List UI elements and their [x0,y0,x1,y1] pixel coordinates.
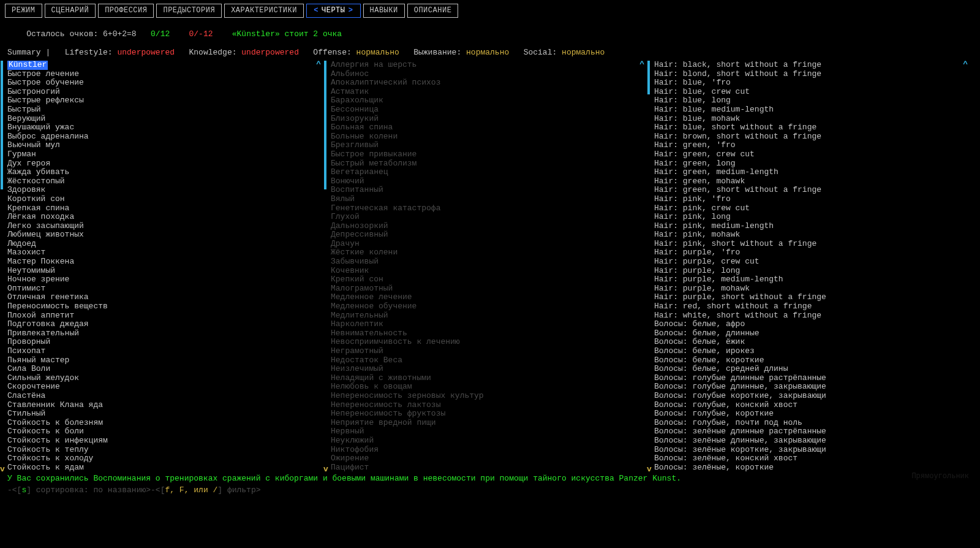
tab-режим[interactable]: РЕЖИМ [5,4,42,18]
list-item[interactable]: Жёсткие колени [331,248,647,257]
list-item[interactable]: Внушающий ужас [7,123,323,132]
list-item[interactable]: Hair: blue, 'fro [654,78,970,88]
list-item[interactable]: Hair: red, short without a fringe [654,302,970,311]
list-item[interactable]: Hair: brown, short without a fringe [654,132,970,142]
list-item[interactable]: Hair: green, medium-length [654,168,970,177]
list-item[interactable]: Невнимательность [331,329,647,338]
tab-сценарий[interactable]: СЦЕНАРИЙ [45,4,96,18]
list-item[interactable]: Hair: purple, mohawk [654,284,970,294]
list-item[interactable]: Больные колени [331,132,647,142]
list-item[interactable]: Нелюбовь к овощам [331,382,647,392]
list-item[interactable]: Мастер Поккена [7,257,323,267]
list-item[interactable]: Быстрое привыкание [331,150,647,159]
list-item[interactable]: Hair: green, 'fro [654,141,970,150]
chevron-left-icon[interactable]: < [313,6,319,15]
list-item[interactable]: Стильный [7,409,323,419]
list-item[interactable]: Пацифист [331,463,647,473]
list-item[interactable]: Неприятие вредной пищи [331,419,647,428]
list-item[interactable]: Забывчивый [331,257,647,267]
list-item[interactable]: Hair: blue, mohawk [654,115,970,124]
list-item[interactable]: Бессонница [331,105,647,115]
scroll-down-icon[interactable]: v [0,465,5,474]
scrollbar-cosmetic[interactable] [647,61,650,473]
list-item[interactable]: Крепкий сон [331,275,647,284]
list-item[interactable]: Альбинос [331,70,647,79]
list-item[interactable]: Медленное обучение [331,302,647,311]
list-item[interactable]: Волосы: белые, короткие [654,356,970,365]
list-item[interactable]: Hair: purple, 'fro [654,248,970,257]
tab-предыстория[interactable]: ПРЕДЫСТОРИЯ [156,4,222,18]
list-item[interactable]: Hair: green, short without a fringe [654,186,970,195]
list-item[interactable]: Волосы: голубые, короткие [654,409,970,419]
list-item[interactable]: Аллергия на шерсть [331,61,647,70]
list-item[interactable]: Волосы: голубые короткие, закрывающи [654,392,970,401]
list-item[interactable]: Быстрое обучение [7,78,323,88]
list-item[interactable]: Волосы: белые, афро [654,320,970,329]
list-item[interactable]: Быстрый [7,105,323,115]
list-item[interactable]: Сластёна [7,392,323,401]
list-item[interactable]: Нервный [331,427,647,436]
list-item[interactable]: Вьючный мул [7,141,323,150]
list-item[interactable]: Стойкость к ядам [7,463,323,473]
list-item[interactable]: Генетическая катастрофа [331,204,647,213]
list-item[interactable]: Волосы: белые, ирокез [654,347,970,356]
list-item[interactable]: Неизлечимый [331,365,647,374]
list-item[interactable]: Hair: purple, medium-length [654,275,970,284]
list-item[interactable]: Оптимист [7,284,323,294]
list-item[interactable]: Волосы: голубые, почти под ноль [654,419,970,428]
list-item[interactable]: Любимец животных [7,230,323,240]
list-item[interactable]: Апокалиптический психоз [331,78,647,88]
list-item[interactable]: Сильный желудок [7,374,323,383]
list-item[interactable]: Hair: green, long [654,159,970,169]
list-item[interactable]: Проворный [7,338,323,347]
tab-навыки[interactable]: НАВЫКИ [363,4,405,18]
list-item[interactable]: Стойкость к боли [7,427,323,436]
list-item[interactable]: Переносимость веществ [7,302,323,311]
list-item[interactable]: Ставленник Клана яда [7,401,323,410]
tab-характеристики[interactable]: ХАРАКТЕРИСТИКИ [224,4,304,18]
list-item[interactable]: Невосприимчивость к лечению [331,338,647,347]
list-item[interactable]: Жёсткостопый [7,177,323,186]
scroll-up-icon[interactable]: ^ [639,59,644,69]
list-item[interactable]: Волосы: зелёные короткие, закрывающи [654,446,970,455]
list-item[interactable]: Hair: blue, crew cut [654,88,970,97]
tab-описание[interactable]: ОПИСАНИЕ [407,4,459,18]
list-item[interactable]: Hair: blue, short without a fringe [654,123,970,132]
list-item[interactable]: Волосы: зелёные длинные, закрывающие [654,436,970,446]
list-item[interactable]: Депрессивный [331,230,647,240]
list-item[interactable]: Hair: pink, long [654,213,970,222]
list-item[interactable]: Hair: purple, crew cut [654,257,970,267]
list-item[interactable]: Быстрые рефлексы [7,96,323,105]
list-item[interactable]: Медленное лечение [331,293,647,302]
list-item[interactable]: Künstler [7,61,48,70]
list-item[interactable]: Волосы: белые, длинные [654,329,970,338]
list-item[interactable]: Вонючий [331,177,647,186]
list-item[interactable]: Людоед [7,240,323,249]
list-item[interactable]: Волосы: голубые длинные растрёпанные [654,374,970,383]
list-item[interactable]: Волосы: зелёные, конский хвост [654,454,970,463]
list-item[interactable]: Стойкость к инфекциям [7,436,323,446]
list-item[interactable]: Воспитанный [331,186,647,195]
list-item[interactable]: Волосы: белые, средней длины [654,365,970,374]
list-item[interactable]: Дух героя [7,159,323,169]
list-item[interactable]: Hair: white, short without a fringe [654,311,970,321]
list-item[interactable]: Hair: black, short without a fringe [654,61,970,70]
list-item[interactable]: Психопат [7,347,323,356]
list-item[interactable]: Ночное зрение [7,275,323,284]
list-item[interactable]: Лёгкая походка [7,213,323,222]
list-item[interactable]: Hair: purple, long [654,267,970,276]
list-item[interactable]: Жажда убивать [7,168,323,177]
list-item[interactable]: Больная спина [331,123,647,132]
list-item[interactable]: Hair: blue, medium-length [654,105,970,115]
list-item[interactable]: Неграмотный [331,347,647,356]
scroll-down-icon[interactable]: v [323,465,328,474]
list-item[interactable]: Hair: pink, 'fro [654,195,970,204]
list-item[interactable]: Короткий сон [7,195,323,204]
list-item[interactable]: Быстрое лечение [7,70,323,79]
list-item[interactable]: Мазохист [7,248,323,257]
list-item[interactable]: Привлекательный [7,329,323,338]
list-item[interactable]: Сила Воли [7,365,323,374]
list-item[interactable]: Непереносимость зерновых культур [331,392,647,401]
tab-черты[interactable]: <ЧЕРТЫ> [306,4,361,18]
list-item[interactable]: Плохой аппетит [7,311,323,321]
